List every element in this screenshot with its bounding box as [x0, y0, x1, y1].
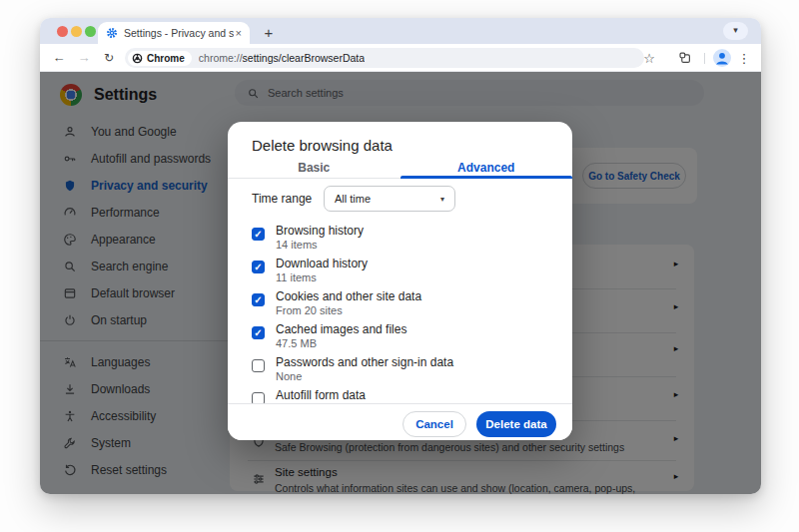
- chevron-down-icon: ▾: [440, 195, 444, 204]
- time-range-label: Time range: [252, 186, 312, 212]
- tab-search-chevron-icon[interactable]: ▾: [723, 22, 748, 40]
- checkbox-cached-images[interactable]: ✓: [252, 326, 265, 339]
- close-window-button[interactable]: [57, 26, 68, 37]
- check-icon: ✓: [254, 262, 262, 272]
- delete-browsing-data-dialog: Delete browsing data Basic Advanced Time…: [228, 122, 572, 440]
- profile-avatar[interactable]: [713, 49, 731, 67]
- delete-data-button[interactable]: Delete data: [476, 411, 556, 437]
- url-text: chrome://settings/clearBrowserData: [199, 52, 365, 64]
- row-download-history: ✓ Download history 11 items: [228, 256, 572, 288]
- screenshot-stage: Settings - Privacy and securit × + ▾ ← →…: [0, 0, 799, 532]
- extensions-icon[interactable]: [675, 48, 695, 68]
- tab-basic[interactable]: Basic: [228, 158, 400, 178]
- dialog-tabs: Basic Advanced: [228, 158, 572, 178]
- tab-title: Settings - Privacy and securit: [124, 27, 234, 39]
- address-bar[interactable]: Chrome chrome://settings/clearBrowserDat…: [125, 48, 644, 68]
- browser-window: Settings - Privacy and securit × + ▾ ← →…: [40, 18, 761, 494]
- cancel-button[interactable]: Cancel: [402, 411, 466, 437]
- url-scheme: chrome://: [199, 52, 243, 64]
- row-browsing-history: ✓ Browsing history 14 items: [228, 223, 572, 256]
- chrome-mono-icon: [132, 53, 143, 64]
- tab-advanced[interactable]: Advanced: [400, 158, 573, 178]
- row-cached-images: ✓ Cached images and files 47.5 MB: [228, 321, 572, 354]
- toolbar-separator: [704, 53, 705, 64]
- site-chip[interactable]: Chrome: [128, 51, 192, 66]
- bookmark-star-icon[interactable]: ☆: [639, 48, 659, 68]
- tab-strip: Settings - Privacy and securit × + ▾: [40, 18, 761, 44]
- url-path: settings/clearBrowserData: [243, 52, 366, 64]
- check-icon: ✓: [254, 229, 262, 240]
- new-tab-button[interactable]: +: [258, 22, 280, 44]
- browser-menu-icon[interactable]: ⋮: [734, 48, 754, 68]
- time-range-value: All time: [335, 193, 371, 205]
- browser-toolbar: ← → ↻ Chrome chrome://settings/clearBrow…: [40, 44, 761, 72]
- forward-button: →: [73, 47, 95, 69]
- back-button[interactable]: ←: [48, 47, 70, 69]
- minimize-window-button[interactable]: [71, 26, 82, 37]
- check-icon: ✓: [254, 327, 262, 338]
- dialog-footer: Cancel Delete data: [228, 403, 572, 440]
- active-tab-underline: [400, 176, 573, 179]
- tab-settings[interactable]: Settings - Privacy and securit ×: [98, 22, 250, 44]
- checkbox-browsing-history[interactable]: ✓: [252, 228, 265, 241]
- reload-button[interactable]: ↻: [98, 47, 120, 69]
- settings-gear-favicon-icon: [106, 27, 118, 39]
- check-icon: ✓: [254, 294, 262, 305]
- checkbox-cookies[interactable]: ✓: [252, 293, 265, 306]
- time-range-select[interactable]: All time ▾: [324, 186, 455, 212]
- checkbox-download-history[interactable]: ✓: [252, 261, 265, 273]
- zoom-window-button[interactable]: [85, 26, 96, 37]
- dialog-title: Delete browsing data: [252, 137, 393, 154]
- tab-close-icon[interactable]: ×: [234, 27, 244, 39]
- checkbox-passwords[interactable]: ✓: [252, 359, 265, 372]
- site-chip-label: Chrome: [147, 53, 185, 64]
- row-cookies: ✓ Cookies and other site data From 20 si…: [228, 288, 572, 321]
- row-passwords: ✓ Passwords and other sign-in data None: [228, 354, 572, 387]
